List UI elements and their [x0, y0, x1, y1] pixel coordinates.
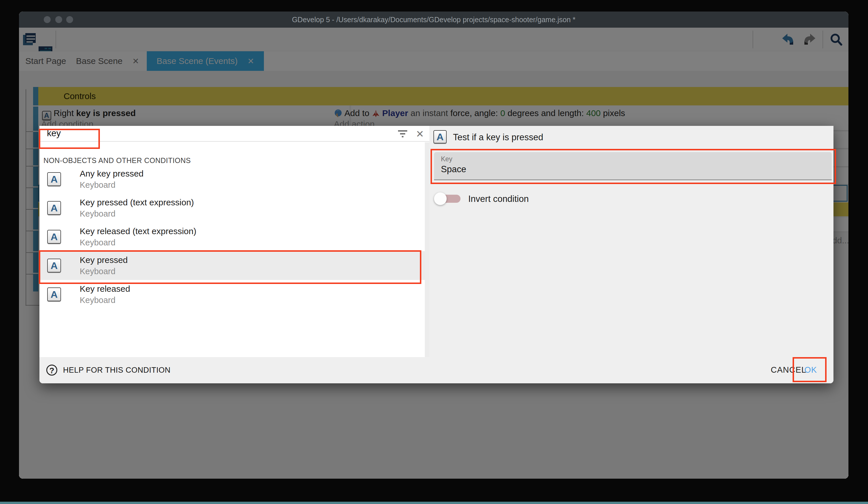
list-scrollbar[interactable] — [425, 142, 430, 357]
annotation-selected-item — [39, 250, 421, 284]
titlebar: GDevelop 5 - /Users/dkarakay/Documents/G… — [19, 11, 848, 28]
invert-condition-label: Invert condition — [468, 194, 529, 204]
dialog-footer: ? HELP FOR THIS CONDITION CANCEL OK — [39, 357, 834, 383]
close-icon[interactable]: ✕ — [414, 128, 426, 140]
item-subtitle: Keyboard — [80, 180, 115, 190]
window-title: GDevelop 5 - /Users/dkarakay/Documents/G… — [19, 11, 848, 28]
annotation-key-field — [431, 149, 836, 184]
keyboard-key-icon: A — [47, 172, 61, 186]
list-item[interactable]: A Key pressed (text expression) Keyboard — [39, 193, 425, 222]
keyboard-key-icon: A — [433, 130, 447, 143]
list-item[interactable]: A Any key pressed Keyboard — [39, 165, 425, 193]
annotation-search-box — [39, 129, 100, 149]
item-title: Key released (text expression) — [80, 226, 196, 236]
list-item[interactable]: A Key released (text expression) Keyboar… — [39, 222, 425, 251]
item-title: Key released — [80, 284, 130, 294]
keyboard-key-icon: A — [47, 230, 61, 244]
keyboard-key-icon: A — [47, 288, 61, 301]
editor-title: Test if a key is pressed — [453, 132, 544, 143]
list-item[interactable]: A Key released Keyboard — [39, 280, 425, 309]
annotation-ok-button — [793, 357, 827, 382]
screen-bottom-strip — [0, 502, 868, 504]
list-section-header: NON-OBJECTS AND OTHER CONDITIONS — [43, 157, 191, 165]
desktop-background: GDevelop 5 - /Users/dkarakay/Documents/G… — [0, 0, 868, 504]
help-icon[interactable]: ? — [46, 365, 57, 375]
filter-icon[interactable] — [396, 128, 409, 140]
item-title: Key pressed (text expression) — [80, 198, 194, 208]
item-subtitle: Keyboard — [80, 209, 115, 219]
help-link[interactable]: HELP FOR THIS CONDITION — [63, 366, 170, 375]
toggle-thumb[interactable] — [434, 192, 447, 205]
item-subtitle: Keyboard — [80, 295, 115, 305]
item-subtitle: Keyboard — [80, 238, 115, 248]
item-title: Any key pressed — [80, 169, 144, 179]
keyboard-key-icon: A — [47, 201, 61, 215]
